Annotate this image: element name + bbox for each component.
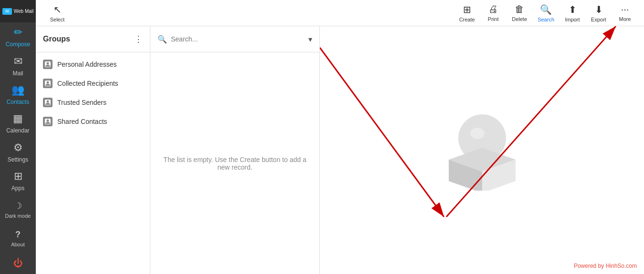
import-button[interactable]: ⬆ Import	[560, 0, 584, 26]
more-label: More	[619, 16, 631, 22]
svg-point-7	[47, 120, 49, 122]
sidebar-about-label: About	[11, 242, 25, 247]
search-dropdown-button[interactable]: ▾	[308, 35, 312, 44]
empty-message: The list is empty. Use the Create button…	[160, 156, 310, 171]
groups-title: Groups	[43, 35, 70, 43]
svg-line-15	[320, 48, 444, 217]
sidebar-item-darkmode[interactable]: ☽ Dark mode	[0, 195, 36, 224]
search-icon: 🔍	[540, 4, 552, 15]
groups-header: Groups ⋮	[36, 26, 150, 52]
search-button[interactable]: 🔍 Search	[534, 0, 558, 26]
import-label: Import	[565, 17, 580, 22]
import-icon: ⬆	[569, 4, 577, 15]
app-logo: ✉ Web Mail	[0, 0, 36, 22]
apps-icon: ⊞	[14, 170, 22, 183]
sidebar-item-calendar[interactable]: ▦ Calendar	[0, 109, 36, 138]
sidebar-mail-label: Mail	[12, 70, 23, 77]
box-svg	[439, 114, 525, 191]
darkmode-icon: ☽	[14, 201, 22, 211]
sidebar-darkmode-label: Dark mode	[5, 213, 31, 219]
list-content: The list is empty. Use the Create button…	[150, 52, 319, 274]
sidebar-item-about[interactable]: ? About	[0, 224, 36, 253]
groups-item-personal[interactable]: Personal Addresses	[36, 55, 150, 74]
sidebar-contacts-label: Contacts	[7, 99, 29, 105]
groups-item-trusted[interactable]: Trusted Senders	[36, 93, 150, 112]
sidebar-apps-label: Apps	[11, 185, 24, 192]
delete-icon: 🗑	[515, 4, 524, 15]
settings-icon: ⚙	[13, 142, 23, 154]
collected-label: Collected Recipients	[57, 80, 118, 87]
box-illustration	[439, 114, 525, 186]
groups-item-collected[interactable]: Collected Recipients	[36, 74, 150, 93]
select-icon: ↖	[53, 4, 62, 15]
print-button[interactable]: 🖨 Print	[481, 0, 505, 26]
svg-point-9	[470, 128, 485, 139]
compose-icon: ✏	[14, 26, 22, 39]
sidebar: ✉ Web Mail ✏ Compose ✉ Mail 👥 Contacts ▦…	[0, 0, 36, 274]
select-label: Select	[50, 17, 65, 22]
create-label: Create	[459, 17, 475, 22]
powered-by: Powered by HinhSo.com	[574, 263, 637, 269]
export-label: Export	[591, 17, 606, 22]
search-bar: 🔍 ▾	[150, 26, 319, 52]
create-icon: ⊞	[463, 4, 471, 15]
trusted-label: Trusted Senders	[57, 99, 106, 106]
print-label: Print	[488, 16, 499, 22]
create-button[interactable]: ⊞ Create	[455, 0, 479, 26]
list-area: 🔍 ▾ The list is empty. Use the Create bu…	[150, 26, 320, 274]
collected-icon	[43, 79, 53, 88]
svg-point-1	[47, 62, 49, 65]
logo-text: Web Mail	[14, 9, 34, 14]
delete-label: Delete	[512, 16, 527, 22]
logo-icon: ✉	[2, 8, 12, 15]
sidebar-item-compose[interactable]: ✏ Compose	[0, 22, 36, 51]
top-toolbar: ↖ Select ⊞ Create 🖨 Print 🗑 Delete 🔍 Sea…	[36, 0, 644, 26]
about-icon: ?	[15, 230, 21, 240]
export-button[interactable]: ⬇ Export	[587, 0, 611, 26]
groups-menu-button[interactable]: ⋮	[134, 34, 143, 44]
sidebar-item-settings[interactable]: ⚙ Settings	[0, 138, 36, 166]
more-button[interactable]: ··· More	[613, 0, 637, 26]
search-bar-icon: 🔍	[158, 35, 167, 44]
sidebar-compose-label: Compose	[6, 41, 30, 48]
search-input[interactable]	[171, 35, 305, 43]
more-icon: ···	[621, 4, 629, 15]
calendar-icon: ▦	[13, 112, 23, 125]
sidebar-settings-label: Settings	[8, 156, 28, 163]
select-button[interactable]: ↖ Select	[43, 0, 72, 26]
contacts-icon: 👥	[11, 84, 24, 96]
delete-button[interactable]: 🗑 Delete	[507, 0, 531, 26]
svg-point-3	[47, 81, 49, 84]
illustration-area: Powered by HinhSo.com	[320, 26, 644, 274]
groups-panel: Groups ⋮ Personal Addresses Collected Re…	[36, 26, 150, 274]
trusted-icon	[43, 98, 53, 107]
sidebar-power-btn[interactable]: ⏻	[0, 253, 36, 274]
sidebar-bottom: ☽ Dark mode ? About ⏻	[0, 195, 36, 274]
print-icon: 🖨	[488, 4, 498, 15]
search-label: Search	[538, 17, 554, 22]
sidebar-item-apps[interactable]: ⊞ Apps	[0, 167, 36, 195]
sidebar-item-contacts[interactable]: 👥 Contacts	[0, 80, 36, 109]
shared-icon	[43, 117, 53, 126]
personal-label: Personal Addresses	[57, 61, 117, 68]
sidebar-item-mail[interactable]: ✉ Mail	[0, 51, 36, 80]
groups-item-shared[interactable]: Shared Contacts	[36, 112, 150, 131]
power-icon: ⏻	[13, 258, 23, 269]
sidebar-calendar-label: Calendar	[6, 127, 30, 134]
export-icon: ⬇	[595, 4, 603, 15]
mail-icon: ✉	[14, 55, 22, 68]
shared-label: Shared Contacts	[57, 118, 107, 125]
personal-icon	[43, 60, 53, 69]
svg-point-5	[47, 101, 49, 103]
groups-list: Personal Addresses Collected Recipients …	[36, 52, 150, 133]
